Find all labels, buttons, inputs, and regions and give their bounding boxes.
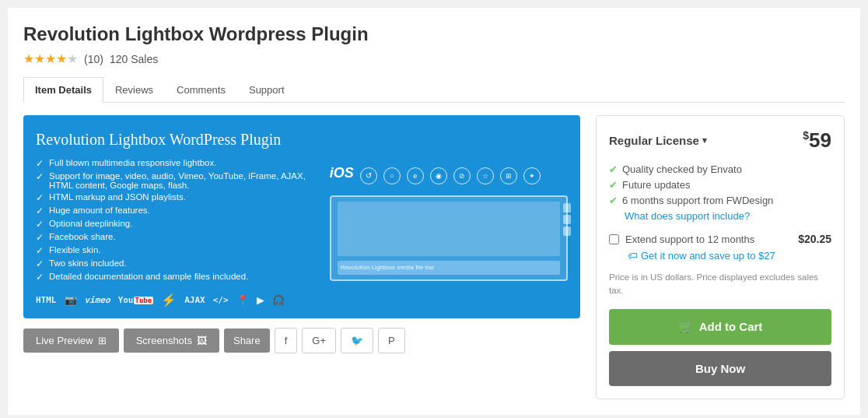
icon-chrome: ◉ bbox=[430, 167, 447, 184]
youtube-label: YouTube bbox=[118, 295, 154, 305]
checklist-item-updates: ✔ Future updates bbox=[609, 179, 831, 191]
feature-item: ✓ Huge amount of features. bbox=[36, 205, 322, 216]
extend-price: $20.25 bbox=[798, 233, 831, 245]
pinterest-button[interactable]: P bbox=[378, 328, 405, 353]
feature-item: ✓ Flexible skin. bbox=[36, 245, 322, 256]
feature-item: ✓ Full blown multimedia responsive light… bbox=[36, 158, 322, 169]
icon-windows: ⊞ bbox=[500, 167, 517, 184]
extend-label: Extend support to 12 months bbox=[625, 234, 792, 245]
sales-count: 120 Sales bbox=[110, 53, 158, 65]
googleplus-icon: G+ bbox=[312, 335, 326, 346]
googleplus-button[interactable]: G+ bbox=[302, 328, 336, 353]
checklist-item-quality: ✔ Quality checked by Envato bbox=[609, 163, 831, 175]
main-content: Revolution Lightbox WordPress Plugin ✓ F… bbox=[23, 115, 845, 399]
plugin-handwritten-title: Revolution Lightbox WordPress Plugin bbox=[36, 131, 568, 149]
save-link[interactable]: 🏷Get it now and save up to $27 bbox=[628, 250, 831, 262]
tab-comments[interactable]: Comments bbox=[165, 77, 237, 103]
left-panel: Revolution Lightbox WordPress Plugin ✓ F… bbox=[23, 115, 580, 399]
plugin-preview-box: Revolution Lightbox WordPress Plugin ✓ F… bbox=[23, 115, 580, 318]
feature-item: ✓ Optional deeplinking. bbox=[36, 219, 322, 230]
tab-support[interactable]: Support bbox=[237, 77, 296, 103]
feature-item: ✓ Detailed documentation and sample file… bbox=[36, 272, 322, 283]
feature-item: ✓ Support for image, video, audio, Vimeo… bbox=[36, 171, 322, 190]
mock-screen-inner bbox=[338, 202, 560, 256]
checklist-label: Quality checked by Envato bbox=[622, 163, 742, 175]
side-btn-1 bbox=[563, 203, 571, 213]
price-box: Regular License ▾ $59 ✔ Quality checked … bbox=[596, 115, 845, 399]
license-label: Regular License ▾ bbox=[609, 134, 707, 147]
code-label: </> bbox=[213, 295, 229, 305]
headphones-icon: 🎧 bbox=[272, 294, 285, 306]
mock-screen-bottom: Revolution Lightbox media file bar bbox=[338, 261, 560, 275]
live-preview-button[interactable]: Live Preview ⊞ bbox=[23, 328, 119, 353]
features-list: ✓ Full blown multimedia responsive light… bbox=[36, 158, 322, 285]
rating-count: (10) bbox=[84, 53, 103, 65]
icon-android: ✦ bbox=[523, 167, 541, 184]
ajax-label: AJAX bbox=[184, 295, 205, 305]
price-display: $59 bbox=[803, 128, 831, 153]
flash-icon: ⚡ bbox=[161, 293, 177, 307]
screen-side-buttons bbox=[563, 203, 571, 236]
share-label: Share bbox=[233, 335, 261, 346]
check-icon: ✔ bbox=[609, 179, 618, 191]
camera-icon: 📷 bbox=[65, 294, 77, 306]
play-icon: ▶ bbox=[257, 294, 264, 306]
extend-row: Extend support to 12 months $20.25 bbox=[609, 233, 831, 245]
chevron-down-icon[interactable]: ▾ bbox=[702, 135, 707, 146]
add-to-cart-label: Add to Cart bbox=[699, 320, 763, 333]
right-panel: Regular License ▾ $59 ✔ Quality checked … bbox=[596, 115, 845, 399]
icon-ie: e bbox=[407, 167, 424, 184]
icon-window: ○ bbox=[383, 167, 401, 184]
license-row: Regular License ▾ $59 bbox=[609, 128, 831, 153]
twitter-icon: 🐦 bbox=[351, 335, 363, 346]
bottom-icons-row: HTML 📷 vimeo YouTube ⚡ AJAX </> 📍 ▶ 🎧 bbox=[36, 293, 568, 307]
side-btn-3 bbox=[563, 227, 571, 236]
support-link[interactable]: What does support include? bbox=[625, 210, 831, 222]
tabs-row: Item Details Reviews Comments Support bbox=[23, 77, 845, 103]
add-to-cart-button[interactable]: 🛒 Add to Cart bbox=[609, 309, 831, 345]
ios-label: iOS bbox=[330, 165, 354, 181]
screenshots-button[interactable]: Screenshots 🖼 bbox=[124, 328, 219, 353]
rating-row: ★★★★★ (10) 120 Sales bbox=[23, 51, 845, 66]
check-icon: ✔ bbox=[609, 163, 618, 175]
facebook-button[interactable]: f bbox=[275, 328, 298, 353]
icon-firefox: ☆ bbox=[477, 167, 494, 184]
tab-reviews[interactable]: Reviews bbox=[103, 77, 165, 103]
checklist-item-support: ✔ 6 months support from FWDesign bbox=[609, 195, 831, 206]
preview-two-col: ✓ Full blown multimedia responsive light… bbox=[36, 158, 568, 285]
tag-icon: 🏷 bbox=[628, 250, 638, 262]
screenshots-label: Screenshots bbox=[136, 335, 192, 346]
twitter-button[interactable]: 🐦 bbox=[341, 328, 373, 353]
ios-icons-row: ↺ ○ e ◉ ⊘ ☆ ⊞ ✦ bbox=[360, 167, 541, 184]
right-screenshot: iOS ↺ ○ e ◉ ⊘ ☆ ⊞ ✦ bbox=[330, 158, 568, 285]
features-checklist: ✔ Quality checked by Envato ✔ Future upd… bbox=[609, 163, 831, 222]
facebook-icon: f bbox=[285, 335, 288, 346]
stars: ★★★★★ bbox=[23, 51, 78, 66]
checklist-label: 6 months support from FWDesign bbox=[622, 195, 773, 206]
icon-opera: ⊘ bbox=[453, 167, 471, 184]
price-dollar: $ bbox=[803, 129, 809, 142]
action-buttons-row: Live Preview ⊞ Screenshots 🖼 Share f G+ bbox=[23, 328, 580, 353]
feature-item: ✓ Two skins included. bbox=[36, 258, 322, 269]
feature-item: ✓ Facebook share. bbox=[36, 232, 322, 243]
html-label: HTML bbox=[36, 295, 57, 305]
map-icon: 📍 bbox=[236, 294, 249, 306]
checklist-label: Future updates bbox=[622, 179, 690, 191]
check-icon: ✔ bbox=[609, 195, 618, 206]
product-title: Revolution Lightbox Wordpress Plugin bbox=[23, 23, 845, 45]
buy-now-label: Buy Now bbox=[695, 362, 745, 375]
vimeo-label: vimeo bbox=[85, 295, 110, 305]
share-button[interactable]: Share bbox=[224, 328, 270, 353]
tab-item-details[interactable]: Item Details bbox=[23, 77, 103, 103]
mock-screen: Revolution Lightbox media file bar bbox=[330, 195, 568, 281]
cart-icon: 🛒 bbox=[678, 320, 693, 334]
grid-icon: ⊞ bbox=[98, 335, 107, 346]
extend-checkbox[interactable] bbox=[609, 234, 619, 244]
side-btn-2 bbox=[563, 215, 571, 224]
image-icon: 🖼 bbox=[197, 335, 207, 346]
buy-now-button[interactable]: Buy Now bbox=[609, 351, 831, 386]
live-preview-label: Live Preview bbox=[36, 335, 93, 346]
page-wrapper: Revolution Lightbox Wordpress Plugin ★★★… bbox=[8, 8, 860, 415]
feature-item: ✓ HTML markup and JSON playlists. bbox=[36, 192, 322, 203]
price-note: Price is in US dollars. Price displayed … bbox=[609, 271, 831, 298]
